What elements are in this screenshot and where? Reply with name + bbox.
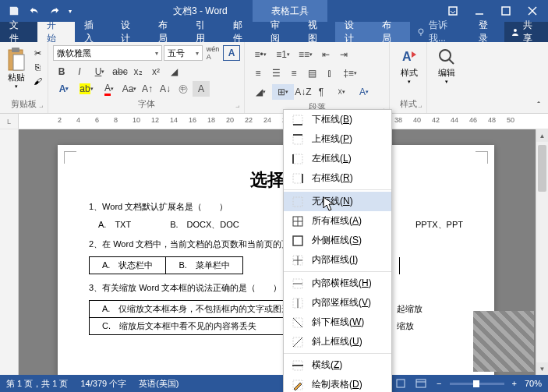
- undo-icon[interactable]: [25, 2, 44, 20]
- copy-icon[interactable]: ⎘: [30, 61, 44, 73]
- window-controls: [437, 3, 548, 19]
- border-menu-hline[interactable]: 横线(Z): [284, 355, 391, 375]
- editing-button[interactable]: 编辑▾: [430, 44, 463, 88]
- status-page[interactable]: 第 1 页，共 1 页: [6, 378, 68, 390]
- change-case-button[interactable]: Aa▾: [121, 81, 138, 97]
- numbering-button[interactable]: ≡1▾: [272, 47, 294, 62]
- line-spacing-button[interactable]: ‡≡▾: [339, 65, 361, 81]
- border-menu-right[interactable]: 右框线(R): [284, 168, 391, 188]
- highlight-button[interactable]: ab▾: [76, 81, 97, 97]
- vertical-ruler[interactable]: [0, 129, 19, 375]
- tab-view[interactable]: 视图: [299, 22, 336, 42]
- borders-button[interactable]: ⊞▾: [272, 84, 294, 100]
- border-menu-inside[interactable]: 内部框线(I): [284, 250, 391, 270]
- tab-table-layout[interactable]: 布局: [373, 22, 410, 42]
- zoom-slider-thumb[interactable]: [473, 380, 479, 387]
- border-menu-draw[interactable]: 绘制表格(D): [284, 375, 391, 392]
- font-size-combo[interactable]: 五号▾: [164, 45, 203, 61]
- border-menu-all[interactable]: 所有框线(A): [284, 211, 391, 231]
- align-center-button[interactable]: ☰: [267, 65, 285, 81]
- document-scroll[interactable]: 选择题 1、Word 文档默认扩展名是（ ） A. TXT B. DOCX、DO…: [19, 129, 536, 375]
- phonetic-guide-icon[interactable]: wénA: [204, 45, 221, 61]
- tab-file[interactable]: 文件: [0, 22, 37, 42]
- show-marks-button[interactable]: ¶: [313, 84, 330, 100]
- border-diagup-icon: [292, 336, 304, 348]
- border-menu-ivert[interactable]: 内部竖框线(V): [284, 293, 391, 313]
- login-button[interactable]: 登录: [471, 22, 505, 42]
- subscript-button[interactable]: x₂: [129, 64, 147, 79]
- border-menu-none[interactable]: 无框线(N): [284, 192, 391, 211]
- save-icon[interactable]: [5, 2, 23, 20]
- distribute-button[interactable]: ⫿: [321, 65, 338, 81]
- status-word-count[interactable]: 14/379 个字: [80, 378, 126, 390]
- ribbon-options-icon[interactable]: [445, 3, 461, 19]
- svg-rect-27: [293, 236, 302, 245]
- styles-button[interactable]: A样式▾: [393, 44, 426, 88]
- bold-button[interactable]: B: [53, 64, 70, 79]
- border-menu-diagup[interactable]: 斜上框线(U): [284, 332, 391, 351]
- qat-customize-icon[interactable]: ▾: [65, 2, 75, 20]
- question-1: 1、Word 文档默认扩展名是（ ）: [89, 201, 463, 213]
- shading-button[interactable]: ◢▾: [249, 84, 271, 100]
- enclose-char-button[interactable]: ㊥: [175, 81, 192, 97]
- grow-font-button[interactable]: A↑: [139, 81, 156, 97]
- redo-icon[interactable]: [45, 2, 64, 20]
- collapse-ribbon-icon[interactable]: ˆ: [532, 99, 545, 111]
- close-icon[interactable]: [525, 3, 540, 19]
- group-font: 微软雅黑▾ 五号▾ wénA A B I U ▾ abc x₂ x² ◢ A ▾…: [48, 42, 245, 113]
- scroll-thumb[interactable]: [538, 145, 546, 192]
- char-shading-button[interactable]: A: [193, 81, 210, 97]
- border-menu-outside[interactable]: 外侧框线(S): [284, 231, 391, 250]
- font-name-combo[interactable]: 微软雅黑▾: [53, 45, 162, 61]
- tab-references[interactable]: 引用: [186, 22, 224, 42]
- font-color-button[interactable]: A▾: [98, 81, 120, 97]
- border-menu-left[interactable]: 左框线(L): [284, 149, 391, 168]
- clear-format-icon[interactable]: ◢: [165, 64, 182, 79]
- strikethrough-button[interactable]: abc: [111, 64, 129, 79]
- tab-layout[interactable]: 布局: [149, 22, 186, 42]
- view-print-icon[interactable]: [393, 377, 408, 390]
- tab-mailings[interactable]: 邮件: [224, 22, 261, 42]
- zoom-in-button[interactable]: +: [509, 379, 520, 388]
- vertical-scrollbar[interactable]: ▲ ▼: [536, 129, 548, 375]
- tab-insert[interactable]: 插入: [75, 22, 112, 42]
- tell-me[interactable]: 告诉我...: [410, 22, 471, 42]
- decrease-indent-button[interactable]: ⇤: [317, 47, 334, 62]
- border-menu-bottom[interactable]: 下框线(B): [284, 110, 391, 129]
- tab-table-design[interactable]: 设计: [335, 22, 373, 42]
- share-button[interactable]: 共享: [504, 22, 548, 42]
- snap-button[interactable]: A▾: [353, 84, 375, 100]
- zoom-slider[interactable]: [450, 383, 504, 385]
- bullets-button[interactable]: ≡•▾: [249, 47, 271, 62]
- italic-button[interactable]: I: [71, 64, 88, 79]
- align-left-button[interactable]: ≡: [249, 65, 267, 81]
- scroll-down-icon[interactable]: ▼: [536, 362, 548, 375]
- tab-design[interactable]: 设计: [111, 22, 149, 42]
- text-direction-button[interactable]: ☓▾: [331, 84, 352, 100]
- minimize-icon[interactable]: [472, 3, 487, 19]
- maximize-icon[interactable]: [498, 3, 514, 19]
- sort-button[interactable]: A↓Z: [295, 84, 312, 100]
- paste-button[interactable]: 粘贴 ▾: [3, 44, 29, 90]
- superscript-button[interactable]: x²: [147, 64, 164, 79]
- zoom-level[interactable]: 70%: [525, 379, 542, 388]
- format-painter-icon[interactable]: 🖌: [30, 75, 44, 87]
- shrink-font-button[interactable]: A↓: [157, 81, 174, 97]
- underline-button[interactable]: U ▾: [89, 64, 111, 79]
- text-effects-button[interactable]: A ▾: [53, 81, 75, 97]
- cut-icon[interactable]: ✂: [30, 47, 44, 59]
- increase-indent-button[interactable]: ⇥: [335, 47, 352, 62]
- view-web-icon[interactable]: [413, 377, 429, 390]
- justify-button[interactable]: ▤: [303, 65, 320, 81]
- scroll-up-icon[interactable]: ▲: [536, 129, 548, 142]
- status-language[interactable]: 英语(美国): [139, 378, 179, 390]
- align-right-button[interactable]: ≡: [285, 65, 302, 81]
- tab-review[interactable]: 审阅: [261, 22, 299, 42]
- zoom-out-button[interactable]: −: [433, 379, 444, 388]
- multilevel-button[interactable]: ≡≡▾: [295, 47, 316, 62]
- border-menu-top[interactable]: 上框线(P): [284, 129, 391, 149]
- border-menu-diagdown[interactable]: 斜下框线(W): [284, 313, 391, 332]
- tab-home[interactable]: 开始: [37, 22, 75, 42]
- char-border-icon[interactable]: A: [223, 45, 240, 61]
- border-menu-ihoriz[interactable]: 内部横框线(H): [284, 274, 391, 293]
